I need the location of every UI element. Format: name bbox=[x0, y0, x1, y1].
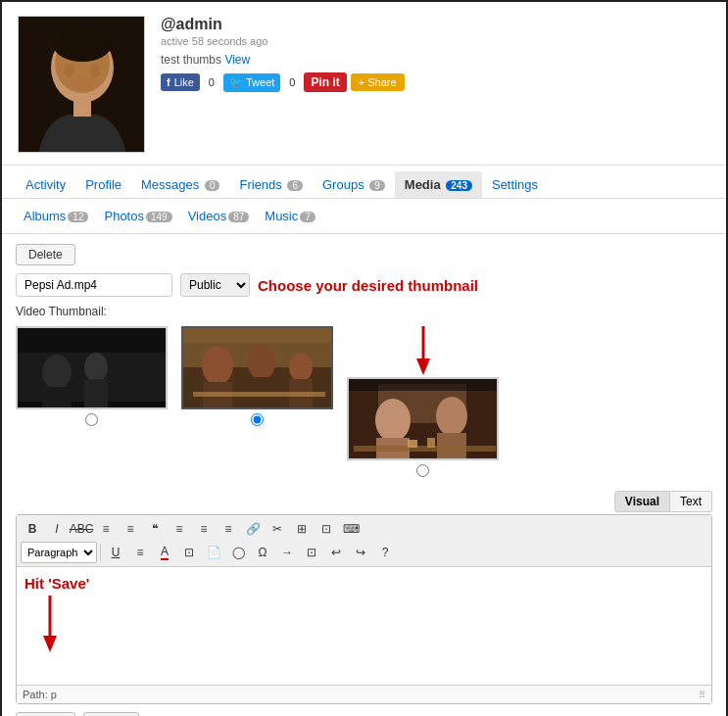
thumbnail-option-1 bbox=[16, 326, 168, 426]
svg-point-18 bbox=[202, 346, 233, 385]
paste-button[interactable]: ⊡ bbox=[177, 542, 201, 563]
pinterest-pin-button[interactable]: Pin it bbox=[304, 72, 346, 92]
svg-point-20 bbox=[248, 345, 275, 380]
svg-point-12 bbox=[84, 353, 108, 382]
thumbnail-option-3 bbox=[347, 377, 499, 477]
subtab-music[interactable]: Music7 bbox=[257, 205, 323, 227]
view-link[interactable]: View bbox=[224, 53, 250, 67]
link-button[interactable]: 🔗 bbox=[241, 518, 265, 540]
svg-rect-25 bbox=[183, 328, 333, 343]
table-button[interactable]: ⊞ bbox=[290, 518, 314, 540]
thumbnail-label: Video Thumbnail: bbox=[16, 305, 712, 318]
align-center-button[interactable]: ≡ bbox=[192, 518, 216, 540]
svg-rect-14 bbox=[18, 328, 168, 353]
special-char-button[interactable]: Ω bbox=[251, 542, 274, 563]
svg-rect-4 bbox=[73, 93, 91, 117]
align-left-button[interactable]: ≡ bbox=[168, 518, 191, 540]
editor-body[interactable]: Hit 'Save' bbox=[17, 567, 711, 685]
main-nav: Activity Profile Messages 0 Friends 6 Gr… bbox=[2, 166, 726, 199]
subtab-albums[interactable]: Albums12 bbox=[16, 205, 96, 227]
svg-rect-36 bbox=[408, 440, 417, 448]
underline-button[interactable]: U bbox=[104, 542, 127, 563]
profile-info: @admin active 58 seconds ago test thumbs… bbox=[161, 16, 710, 92]
thumbnail-radio-2[interactable] bbox=[251, 413, 264, 426]
align-right-button[interactable]: ≡ bbox=[217, 518, 240, 540]
delete-button[interactable]: Delete bbox=[16, 244, 75, 265]
ordered-list-button[interactable]: ≡ bbox=[119, 518, 142, 540]
svg-rect-38 bbox=[349, 379, 499, 391]
red-arrow-icon bbox=[409, 321, 438, 375]
justify-button[interactable]: ≡ bbox=[128, 542, 152, 563]
tab-settings[interactable]: Settings bbox=[482, 171, 548, 198]
paragraph-select[interactable]: Paragraph Heading 1 Heading 2 bbox=[21, 542, 97, 563]
tab-media[interactable]: Media 243 bbox=[395, 171, 482, 198]
svg-rect-35 bbox=[354, 446, 496, 452]
thumbnail-radio-1[interactable] bbox=[85, 413, 98, 426]
tab-friends[interactable]: Friends 6 bbox=[229, 171, 313, 198]
username: @admin bbox=[161, 16, 710, 33]
content-area: Delete Public Private Friends Choose you… bbox=[2, 234, 726, 716]
visibility-select[interactable]: Public Private Friends bbox=[180, 273, 250, 297]
resize-handle[interactable]: ⠿ bbox=[699, 690, 705, 700]
svg-point-6 bbox=[90, 64, 100, 77]
undo-button[interactable]: ↩ bbox=[324, 542, 348, 563]
keyboard-button[interactable]: ⌨ bbox=[339, 518, 363, 540]
image-button[interactable]: ⊡ bbox=[315, 518, 338, 540]
thumbnail-radio-3[interactable] bbox=[416, 464, 429, 477]
svg-point-31 bbox=[375, 399, 411, 442]
svg-point-3 bbox=[53, 26, 112, 62]
unlink-button[interactable]: ✂ bbox=[266, 518, 289, 540]
fb-count: 0 bbox=[204, 75, 219, 89]
bold-button[interactable]: B bbox=[21, 518, 44, 540]
unordered-list-button[interactable]: ≡ bbox=[94, 518, 118, 540]
profile-header: @admin active 58 seconds ago test thumbs… bbox=[2, 2, 726, 166]
sub-nav: Albums12 Photos149 Videos87 Music7 bbox=[2, 199, 726, 234]
svg-point-10 bbox=[42, 355, 72, 390]
editor-container: B I ABC ≡ ≡ ❝ ≡ ≡ ≡ 🔗 ✂ ⊞ ⊡ ⌨ Paragraph … bbox=[16, 514, 712, 704]
help-button[interactable]: ? bbox=[373, 542, 397, 563]
hit-save-annotation: Hit 'Save' bbox=[24, 575, 704, 592]
svg-point-33 bbox=[436, 397, 467, 436]
tab-activity[interactable]: Activity bbox=[16, 171, 75, 198]
twitter-tweet-button[interactable]: 🐦 Tweet bbox=[223, 73, 280, 92]
redo-button[interactable]: ↪ bbox=[349, 542, 372, 563]
thumbnail-image-2 bbox=[181, 326, 333, 409]
tab-messages[interactable]: Messages 0 bbox=[131, 171, 229, 198]
visual-text-toggle: Visual Text bbox=[16, 491, 712, 512]
share-button[interactable]: + Share bbox=[351, 73, 405, 91]
svg-rect-24 bbox=[193, 392, 325, 397]
video-name-input[interactable] bbox=[16, 273, 172, 297]
svg-point-7 bbox=[71, 75, 94, 91]
thumbnail-option-2 bbox=[181, 326, 333, 426]
outdent-button[interactable]: ⊡ bbox=[300, 542, 323, 563]
save-button[interactable]: Save bbox=[16, 712, 75, 716]
toolbar-row-1: B I ABC ≡ ≡ ❝ ≡ ≡ ≡ 🔗 ✂ ⊞ ⊡ ⌨ bbox=[21, 518, 707, 540]
path-label: Path: p bbox=[23, 689, 57, 700]
toolbar-separator bbox=[100, 544, 101, 561]
erase-button[interactable]: ◯ bbox=[226, 542, 250, 563]
back-button[interactable]: Back bbox=[83, 712, 139, 716]
tab-profile[interactable]: Profile bbox=[75, 171, 131, 198]
video-controls-row: Public Private Friends Choose your desir… bbox=[16, 273, 712, 297]
avatar bbox=[18, 16, 145, 153]
subtab-photos[interactable]: Photos149 bbox=[96, 205, 179, 227]
active-status: active 58 seconds ago bbox=[161, 35, 710, 47]
tab-groups[interactable]: Groups 9 bbox=[313, 171, 395, 198]
text-button[interactable]: Text bbox=[670, 491, 712, 512]
blockquote-button[interactable]: ❝ bbox=[143, 518, 167, 540]
font-color-button[interactable]: A bbox=[153, 542, 176, 563]
svg-rect-11 bbox=[42, 387, 72, 409]
editor-toolbar: B I ABC ≡ ≡ ❝ ≡ ≡ ≡ 🔗 ✂ ⊞ ⊡ ⌨ Paragraph … bbox=[17, 515, 711, 567]
paste-word-button[interactable]: 📄 bbox=[202, 542, 225, 563]
italic-button[interactable]: I bbox=[45, 518, 69, 540]
subtab-videos[interactable]: Videos87 bbox=[180, 205, 258, 227]
svg-point-22 bbox=[289, 353, 313, 382]
svg-marker-27 bbox=[416, 358, 430, 375]
facebook-like-button[interactable]: f Like bbox=[161, 73, 200, 91]
indent-button[interactable]: → bbox=[275, 542, 299, 563]
strikethrough-button[interactable]: ABC bbox=[70, 518, 93, 540]
toolbar-row-2: Paragraph Heading 1 Heading 2 U ≡ A ⊡ 📄 … bbox=[21, 542, 707, 563]
svg-rect-13 bbox=[84, 379, 108, 408]
visual-button[interactable]: Visual bbox=[614, 491, 670, 512]
svg-point-5 bbox=[65, 64, 74, 77]
